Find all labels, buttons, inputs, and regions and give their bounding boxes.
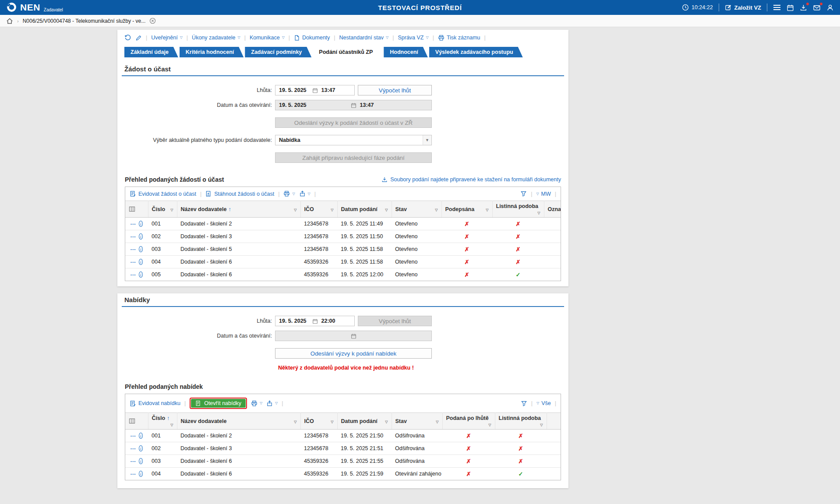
filter-icon[interactable]: ▽ <box>294 420 296 424</box>
print-record-button[interactable]: Tisk záznamu <box>438 35 480 41</box>
row-info-icon[interactable]: i <box>139 471 143 477</box>
lhuta-datetime-input[interactable]: 19. 5. 2025 13:47 <box>275 85 355 95</box>
downloads-icon[interactable] <box>800 4 807 11</box>
vypocet-lhut-button[interactable]: Výpočet lhůt <box>358 85 432 95</box>
grid-export-button[interactable]: ▽ <box>299 190 311 197</box>
evidovat-zadost-button[interactable]: Evidovat žádost o účast <box>130 190 196 197</box>
table-row[interactable]: •••i003Dodavatel - školení 64535932619. … <box>125 455 561 468</box>
table-row[interactable]: •••i005Dodavatel - školení 64535932619. … <box>125 268 561 281</box>
row-info-icon[interactable]: i <box>139 233 143 240</box>
filter-icon[interactable]: ▽ <box>486 208 488 212</box>
filter-icon[interactable]: ▽ <box>170 208 173 212</box>
tab-zakladni-udaje[interactable]: Základní údaje <box>124 47 178 57</box>
filter-icon[interactable]: ▽ <box>331 208 333 212</box>
user-icon[interactable] <box>826 4 834 11</box>
calendar-icon[interactable] <box>787 4 794 11</box>
row-info-icon[interactable]: i <box>139 433 143 439</box>
row-menu-icon[interactable]: ••• <box>131 235 136 239</box>
col-stav[interactable]: Stav▽ <box>392 201 441 218</box>
filter-icon[interactable]: ▽ <box>488 423 491 427</box>
table-row[interactable]: •••i002Dodavatel - školení 31234567819. … <box>125 230 561 243</box>
grid-view-select[interactable]: ▽ MW <box>536 191 551 197</box>
col-datum-podani[interactable]: Datum podání▽ <box>337 201 392 218</box>
breadcrumb-item[interactable]: N006/25/V00004748 - Telekomunikační služ… <box>23 18 146 24</box>
col-ico[interactable]: IČO▽ <box>300 201 337 218</box>
tab-hodnoceni[interactable]: Hodnocení <box>384 47 428 57</box>
filter-icon[interactable]: ▽ <box>435 208 438 212</box>
table-row[interactable]: •••i002Dodavatel - školení 31234567819. … <box>125 442 561 455</box>
messages-icon[interactable] <box>813 4 821 11</box>
calendar-icon[interactable] <box>312 88 318 93</box>
row-menu-icon[interactable]: ••• <box>131 459 136 463</box>
col-podepsana[interactable]: Podepsána▽ <box>441 201 492 218</box>
row-menu-icon[interactable]: ••• <box>131 222 136 226</box>
nabidky-lhuta-datetime-input[interactable]: 19. 5. 2025 22:00 <box>275 316 355 326</box>
col-nazev-dodavatele[interactable]: Název dodavatele▽ <box>177 413 300 430</box>
column-settings-header[interactable] <box>125 201 148 218</box>
table-row[interactable]: •••i001Dodavatel - školení 21234567819. … <box>125 430 561 442</box>
grid-view-select[interactable]: ▽ Vše <box>536 400 551 406</box>
stahnout-zadosti-button[interactable]: Stáhnout žádosti o účast <box>205 190 274 197</box>
row-menu-icon[interactable]: ••• <box>131 434 136 438</box>
col-datum-podani[interactable]: Datum podání▽ <box>337 413 392 430</box>
history-button[interactable] <box>124 34 131 41</box>
menu-dokumenty[interactable]: Dokumenty <box>294 35 330 41</box>
table-row[interactable]: •••i001Dodavatel - školení 21234567819. … <box>125 218 561 230</box>
table-row[interactable]: •••i004Dodavatel - školení 64535932619. … <box>125 468 561 480</box>
edit-button[interactable] <box>135 35 142 41</box>
row-menu-icon[interactable]: ••• <box>131 472 136 476</box>
odeslani-vyzvy-nabidky-button[interactable]: Odeslání výzvy k podání nabídek <box>275 348 432 359</box>
column-settings-header[interactable] <box>125 413 148 430</box>
grid-print-button[interactable]: ▽ <box>251 400 262 407</box>
grid-print-button[interactable]: ▽ <box>283 190 295 197</box>
tab-kriteria-hodnoceni[interactable]: Kritéria hodnocení <box>180 47 244 57</box>
row-info-icon[interactable]: i <box>139 445 143 451</box>
table-row[interactable]: •••i004Dodavatel - školení 64535932619. … <box>125 256 561 268</box>
col-stav[interactable]: Stav▽ <box>392 413 442 430</box>
row-info-icon[interactable]: i <box>139 221 143 227</box>
col-ico[interactable]: IČO▽ <box>300 413 337 430</box>
menu-uverejneni[interactable]: Uveřejnění▽ <box>151 35 183 41</box>
row-info-icon[interactable]: i <box>139 246 143 252</box>
calendar-icon[interactable] <box>312 318 318 324</box>
filter-icon[interactable]: ▽ <box>540 423 543 427</box>
col-nazev-dodavatele[interactable]: Název dodavatele↑▽ <box>177 201 300 218</box>
row-info-icon[interactable]: i <box>139 458 143 464</box>
filter-icon[interactable]: ▽ <box>436 420 438 424</box>
row-menu-icon[interactable]: ••• <box>131 247 136 251</box>
menu-ukony-zadavatele[interactable]: Úkony zadavatele▽ <box>192 35 240 41</box>
col-listinna-podoba[interactable]: Listinná podoba▽ <box>492 201 544 218</box>
menu-icon[interactable] <box>773 4 781 11</box>
home-icon[interactable] <box>6 18 13 25</box>
filter-icon[interactable]: ▽ <box>331 420 333 424</box>
tab-zadavaci-podminky[interactable]: Zadávací podmínky <box>245 47 311 57</box>
table-row[interactable]: •••i003Dodavatel - školení 51234567819. … <box>125 243 561 256</box>
close-record-icon[interactable] <box>149 18 156 24</box>
tab-podani-ucastniku[interactable]: Podání účastníků ZP <box>313 47 382 57</box>
menu-nestandardni-stav[interactable]: Nestandardní stav▽ <box>339 35 389 41</box>
row-info-icon[interactable]: i <box>139 271 143 278</box>
row-menu-icon[interactable]: ••• <box>131 447 136 451</box>
filter-icon[interactable]: ▽ <box>170 423 173 427</box>
tab-vysledek[interactable]: Výsledek zadávacího postupu <box>429 47 523 57</box>
filter-icon[interactable]: ▽ <box>294 208 296 212</box>
nen-logo[interactable]: NEN Zadavatel <box>6 2 63 13</box>
col-cislo[interactable]: Číslo▽ <box>148 201 177 218</box>
filter-icon[interactable]: ▽ <box>385 208 388 212</box>
create-vz-button[interactable]: Založit VZ <box>725 4 761 11</box>
row-menu-icon[interactable]: ••• <box>131 260 136 264</box>
menu-komunikace[interactable]: Komunikace▽ <box>250 35 285 41</box>
download-hint-link[interactable]: Soubory podání najdete připravené ke sta… <box>381 176 561 183</box>
row-info-icon[interactable]: i <box>139 259 143 265</box>
col-oznaceni[interactable]: Označ <box>544 201 561 218</box>
row-menu-icon[interactable]: ••• <box>131 273 136 277</box>
menu-sprava-vz[interactable]: Správa VZ▽ <box>398 35 428 41</box>
grid-filter-button[interactable] <box>521 400 527 407</box>
col-cislo[interactable]: Číslo↑▽ <box>148 413 177 430</box>
grid-filter-button[interactable] <box>520 190 527 197</box>
evidovat-nabidku-button[interactable]: Evidovat nabídku <box>130 400 180 407</box>
typ-podani-select[interactable]: Nabídka ▼ <box>275 135 432 145</box>
col-listinna-podoba[interactable]: Listinná podoba▽ <box>495 413 547 430</box>
filter-icon[interactable]: ▽ <box>537 211 540 215</box>
filter-icon[interactable]: ▽ <box>385 420 388 424</box>
